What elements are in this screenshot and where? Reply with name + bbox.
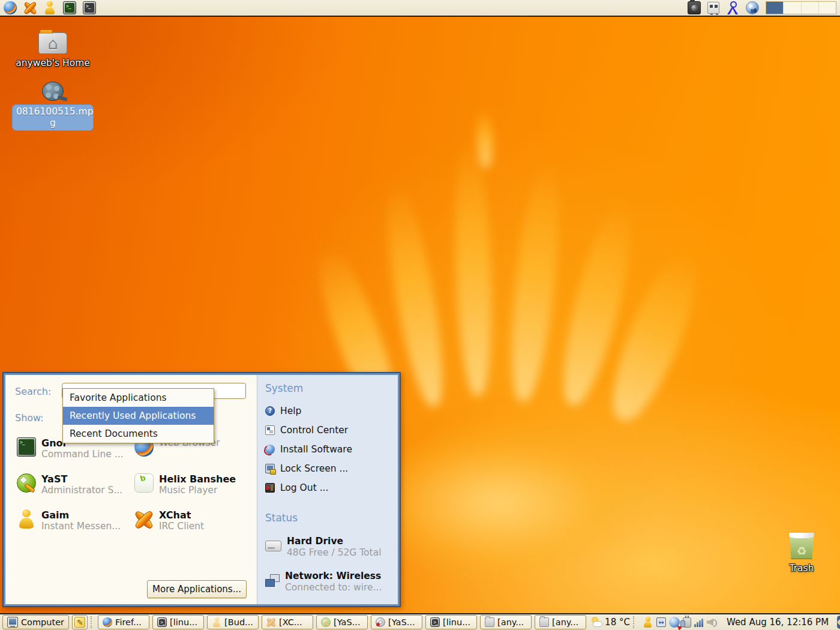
app-title: XChat (159, 509, 204, 521)
app-item-gaim[interactable]: Gaim Instant Messen... (17, 509, 134, 532)
control-center-icon (265, 425, 275, 435)
taskbar: Computer Firef... [linu... [Bud... [XC..… (0, 613, 840, 630)
status-title: Network: Wireless (285, 571, 382, 582)
top-panel (0, 0, 840, 17)
app-subtitle: IRC Client (159, 521, 204, 532)
task-button-firefox[interactable]: Firef... (98, 615, 149, 629)
task-label: [YaS... (334, 617, 360, 627)
dropdown-option-favorite[interactable]: Favorite Applications (63, 389, 214, 407)
desktop-icon-video[interactable]: 0816100515.mpg (12, 82, 94, 131)
system-header: System (265, 382, 303, 394)
app-subtitle: Instant Messen... (41, 521, 121, 532)
gaim-tray-icon[interactable] (643, 617, 653, 628)
task-button-folder-2[interactable]: [any... (535, 615, 586, 629)
workspace-3[interactable] (802, 2, 819, 14)
workspace-4[interactable] (819, 2, 836, 14)
status-item-hard-drive[interactable]: Hard Drive 48G Free / 52G Total (265, 536, 382, 559)
system-item-help[interactable]: Help (265, 401, 352, 421)
folder-icon (539, 617, 549, 627)
desktop-icon-trash[interactable]: Trash (780, 533, 823, 574)
task-label: [linu... (170, 617, 197, 627)
computer-menu-button[interactable]: Computer (2, 615, 69, 629)
clock[interactable]: Wed Aug 16, 12:16 PM (727, 617, 829, 628)
camera-icon[interactable] (688, 1, 701, 14)
terminal-green-launcher-icon[interactable] (63, 1, 76, 14)
app-subtitle: Administrator S... (41, 485, 122, 496)
more-applications-button[interactable]: More Applications... (147, 580, 247, 598)
search-label: Search: (15, 386, 51, 397)
app-subtitle: Command Line ... (41, 449, 124, 460)
task-label: [XC... (279, 617, 302, 627)
system-item-label: Log Out ... (280, 482, 328, 493)
lock-screen-icon (265, 464, 275, 473)
help-icon (265, 406, 275, 416)
status-subtitle: 48G Free / 52G Total (287, 547, 382, 559)
terminal-gray-launcher-icon[interactable] (83, 1, 96, 14)
log-out-icon (265, 483, 275, 493)
system-item-install-software[interactable]: Install Software (265, 440, 352, 459)
status-item-network[interactable]: Network: Wireless Connected to: wire... (265, 571, 382, 593)
xchat-launcher-icon[interactable] (23, 1, 37, 14)
weather-temperature: 18 °C (605, 617, 630, 628)
desktop-icon-trash-label: Trash (780, 563, 823, 574)
task-button-yast-1[interactable]: [YaS... (316, 615, 368, 629)
task-label: [linu... (443, 617, 470, 627)
desktop-icon-home[interactable]: anyweb's Home (12, 32, 94, 69)
tray-drag-handle[interactable] (633, 616, 637, 628)
firefox-launcher-icon[interactable] (4, 1, 17, 14)
task-button-gaim[interactable]: [Bud... (207, 615, 259, 629)
dropdown-option-recently-used[interactable]: Recently Used Applications (63, 407, 214, 425)
menu-right-pane: System Help Control Center Install So (257, 375, 398, 604)
firefox-icon (103, 617, 112, 627)
weather-applet[interactable]: 18 °C (592, 617, 630, 628)
media-device-icon[interactable] (707, 2, 719, 14)
show-desktop-button[interactable] (836, 615, 840, 629)
workspace-1[interactable] (766, 2, 784, 14)
task-button-terminal-2[interactable]: [linu... (425, 615, 477, 629)
terminal-green-icon (17, 437, 36, 457)
task-button-terminal-1[interactable]: [linu... (152, 615, 204, 629)
install-software-icon (265, 445, 275, 454)
gaim-launcher-icon[interactable] (43, 1, 56, 14)
task-button-folder-1[interactable]: [any... (480, 615, 532, 629)
dropdown-option-recent-documents[interactable]: Recent Documents (63, 425, 214, 443)
power-icon[interactable] (683, 617, 691, 628)
system-list: Help Control Center Install Software (265, 401, 352, 497)
app-item-yast[interactable]: YaST Administrator S... (17, 473, 134, 496)
system-item-label: Install Software (280, 444, 352, 455)
app-title: Helix Banshee (159, 473, 236, 485)
volume-icon[interactable] (707, 617, 718, 628)
updater-globe-icon[interactable] (669, 617, 680, 628)
network-monitor-icon[interactable] (656, 617, 666, 627)
system-item-lock-screen[interactable]: Lock Screen ... (265, 459, 352, 478)
note-button[interactable] (72, 615, 88, 629)
signal-icon[interactable] (694, 617, 704, 627)
gaim-icon (212, 617, 221, 627)
task-button-yast-2[interactable]: [YaS... (371, 615, 422, 629)
computer-icon (7, 617, 18, 628)
xchat-icon (266, 617, 276, 627)
status-header: Status (265, 512, 298, 524)
system-item-log-out[interactable]: Log Out ... (265, 478, 352, 497)
wireless-antenna-icon[interactable] (726, 1, 739, 14)
system-item-label: Control Center (280, 425, 348, 436)
app-item-xchat[interactable]: XChat IRC Client (134, 509, 252, 532)
note-icon (74, 617, 85, 628)
application-menu: Search: Show: Gnor Command Line ... Web … (2, 372, 401, 607)
show-dropdown: Favorite Applications Recently Used Appl… (62, 388, 214, 443)
globe-users-icon[interactable] (746, 1, 759, 14)
workspace-switcher[interactable] (766, 1, 836, 14)
folder-icon (485, 617, 494, 627)
task-label: [YaS... (388, 617, 415, 627)
gaim-icon (17, 509, 36, 529)
trash-icon (788, 533, 815, 559)
system-item-control-center[interactable]: Control Center (265, 421, 352, 440)
system-item-label: Help (280, 406, 301, 416)
app-item-banshee[interactable]: Helix Banshee Music Player (134, 473, 252, 496)
show-label: Show: (15, 412, 44, 424)
workspace-2[interactable] (784, 2, 801, 14)
status-subtitle: Connected to: wire... (285, 582, 382, 593)
screen: anyweb's Home 0816100515.mpg Trash Searc… (0, 0, 840, 630)
task-button-xchat[interactable]: [XC... (262, 615, 313, 629)
taskbar-drag-handle[interactable] (91, 616, 95, 628)
